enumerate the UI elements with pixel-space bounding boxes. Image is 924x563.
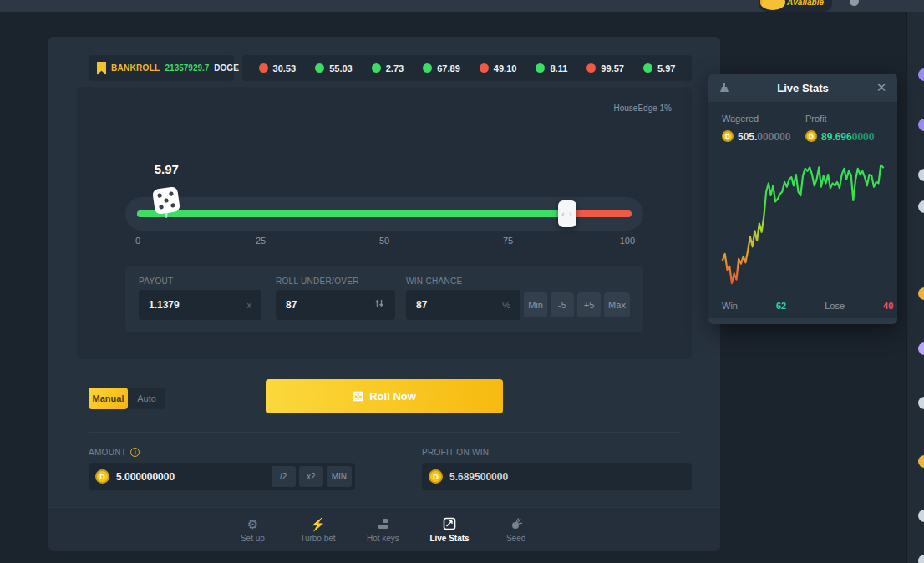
roll-dot [480,63,489,73]
roll-item[interactable]: 2.73 [372,63,404,74]
amount-min-button[interactable]: MIN [327,466,352,487]
roll-now-label: Roll Now [369,390,416,403]
roll-dot [536,63,545,73]
scale-tick: 100 [620,236,635,246]
bottom-nav: ⚙ Set up ⚡ Turbo bet Hot keys Live Stats [48,507,720,551]
live-stats-summary: Wagered D 505.000000 Profit D 89.6960000 [722,114,889,144]
bankroll-box: BANKROLL 21357929.7 DOGE [89,55,234,81]
nav-label: Seed [506,534,525,543]
amount-double-button[interactable]: x2 [299,466,323,487]
app-root: Available BANKROLL 21357929.7 DOGE 30.53… [0,0,924,563]
nav-item-turbo-bet[interactable]: ⚡ Turbo bet [299,516,336,543]
scale-tick: 0 [135,236,140,246]
rail-emoji-icon [918,455,924,468]
win-chance-max-button[interactable]: Max [604,292,630,317]
close-icon[interactable]: ✕ [876,80,887,95]
rail-emoji-icon [918,287,924,300]
win-chance-min-button[interactable]: Min [524,292,547,317]
nav-label: Hot keys [367,534,399,543]
amount-half-button[interactable]: /2 [272,466,296,487]
tab-auto[interactable]: Auto [128,388,165,409]
seed-icon [510,516,523,530]
game-panel: HouseEdge 1% 5.97 [77,87,692,359]
profit-on-win-field: D 5.689500000 [422,463,692,490]
payout-suffix: x [247,300,252,310]
wagered-label: Wagered [722,114,805,124]
top-header-bar: Available [0,0,924,12]
info-icon[interactable]: i [130,448,140,457]
dice-game-card: BANKROLL 21357929.7 DOGE 30.53 55.03 2.7… [48,37,720,551]
roll-dot [643,63,652,73]
rail-emoji-icon [918,555,924,563]
slider-scale: 0 25 50 75 100 [125,236,643,247]
bankroll-value: 21357929.7 [165,63,210,73]
rail-emoji-icon [918,119,924,131]
profit-label: Profit [805,114,889,124]
doge-coin-icon: D [722,130,734,142]
available-badge[interactable]: Available [759,0,832,12]
amount-label-row: AMOUNT i [89,448,140,457]
roll-dot [586,63,596,73]
rail-emoji-icon [918,68,924,81]
payout-input[interactable]: 1.1379 x [139,290,261,320]
amount-label: AMOUNT [89,448,126,457]
win-value: 62 [776,301,786,311]
amount-input[interactable]: D 5.000000000 /2 x2 MIN [89,463,355,490]
nav-item-hot-keys[interactable]: Hot keys [364,516,401,543]
live-stats-panel: Live Stats ✕ Wagered D 505.000000 Profit… [708,74,897,324]
reset-stats-icon[interactable] [718,82,730,94]
roll-value: 49.10 [494,63,517,74]
win-label: Win [722,301,738,311]
live-stats-header: Live Stats ✕ [708,74,897,102]
lose-label: Lose [825,301,845,311]
dice-icon: ⚄ [353,390,363,403]
chat-rail[interactable] [906,12,924,563]
slider-handle[interactable]: ‹ › [558,200,576,227]
win-chance-plus5-button[interactable]: +5 [577,292,601,317]
roll-value: 30.53 [273,63,297,74]
bet-mode-tabs: Manual Auto [89,388,165,409]
roll-item[interactable]: 99.57 [586,63,624,74]
tab-manual[interactable]: Manual [89,388,128,409]
roll-under-over-input[interactable]: 87 [276,290,395,320]
roll-item[interactable]: 8.11 [536,63,567,74]
panel-footer-bar [708,318,897,324]
nav-item-live-stats[interactable]: Live Stats [429,516,469,543]
win-chance-input[interactable]: 87 % [406,290,520,320]
roll-now-button[interactable]: ⚄ Roll Now [266,379,503,413]
rail-emoji-icon [918,200,924,213]
nav-label: Live Stats [429,534,469,543]
roll-value: 55.03 [329,63,353,74]
roll-under-over-value: 87 [286,299,373,311]
roll-item[interactable]: 67.89 [423,63,460,74]
nav-item-seed[interactable]: Seed [498,516,535,543]
scale-tick: 75 [503,236,513,246]
roll-item[interactable]: 49.10 [480,63,517,74]
bankroll-label: BANKROLL [111,63,160,73]
roll-slider: 5.97 ‹ › [125,197,643,231]
hot-keys-icon [376,516,390,530]
roll-value: 99.57 [601,63,624,74]
lose-value: 40 [883,301,893,311]
user-icon[interactable] [850,0,859,6]
roll-under-over-label: ROLL UNDER/OVER [276,276,359,286]
roll-value: 5.97 [657,63,675,74]
house-edge-label: HouseEdge 1% [614,104,673,113]
profit-value-trailing: 0000 [852,131,875,143]
slider-track[interactable]: 5.97 ‹ › [137,210,632,217]
roll-value: 67.89 [437,63,460,74]
nav-label: Turbo bet [300,534,335,543]
roll-item[interactable]: 30.53 [259,63,297,74]
bet-parameters-box: PAYOUT 1.1379 x ROLL UNDER/OVER 87 WIN [125,266,643,332]
live-stats-icon [443,516,456,530]
roll-dot [259,63,268,73]
available-label: Available [787,0,824,7]
roll-item[interactable]: 55.03 [315,63,353,74]
nav-item-setup[interactable]: ⚙ Set up [234,516,271,543]
roll-item[interactable]: 5.97 [643,63,675,74]
win-chance-minus5-button[interactable]: -5 [551,292,574,317]
divider [89,432,680,433]
doge-coin-icon: D [429,469,443,484]
swap-under-over-icon[interactable] [373,297,385,312]
win-chance-value: 87 [416,299,502,311]
